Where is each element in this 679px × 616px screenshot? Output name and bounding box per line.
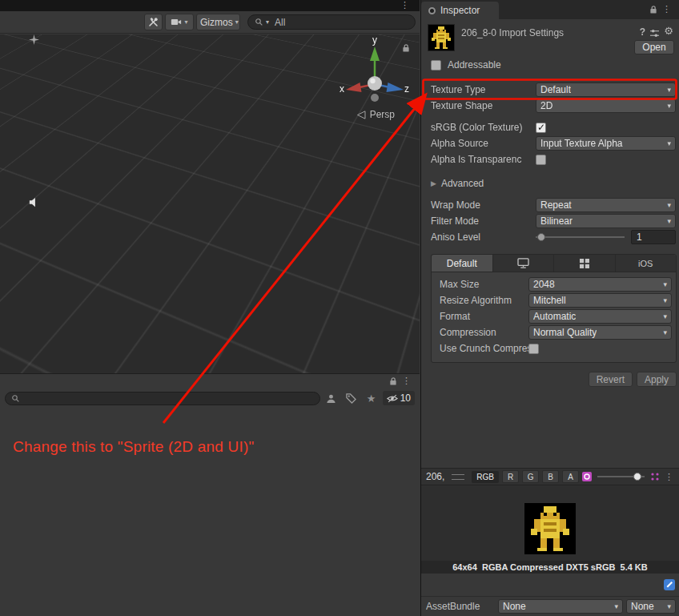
texture-type-dropdown[interactable]: Default ▾ bbox=[536, 83, 676, 97]
inspector-lock-icon[interactable] bbox=[649, 5, 657, 14]
gizmo-x-cone bbox=[346, 83, 362, 92]
presets-icon[interactable] bbox=[649, 29, 660, 38]
gizmos-label: Gizmos bbox=[200, 17, 233, 28]
gizmo-z-cone bbox=[387, 83, 404, 92]
tools-icon bbox=[148, 17, 159, 27]
gizmo-lock-icon[interactable] bbox=[402, 43, 410, 53]
addressable-checkbox[interactable] bbox=[431, 60, 441, 70]
import-settings-title: 206_8-0 Import Settings bbox=[461, 27, 613, 38]
assetbundle-variant-dropdown[interactable]: None ▾ bbox=[626, 599, 676, 614]
filter-mode-dropdown[interactable]: Bilinear ▾ bbox=[536, 214, 676, 228]
inspector-header: 206_8-0 Import Settings ? ⚙ Open bbox=[421, 19, 679, 54]
persp-control[interactable]: Persp bbox=[357, 109, 395, 120]
alpha-transparency-label: Alpha Is Transparenc bbox=[431, 154, 536, 165]
resize-algorithm-label: Resize Algorithm bbox=[440, 295, 528, 306]
channel-g-button[interactable]: G bbox=[522, 470, 539, 483]
chevron-down-icon: ▾ bbox=[664, 602, 671, 610]
scene-tab-strip: ⋮ bbox=[0, 0, 420, 11]
format-row: Format Automatic ▾ bbox=[432, 309, 676, 324]
persp-cone-icon bbox=[357, 111, 366, 119]
assetbundle-row: AssetBundle None ▾ None ▾ bbox=[421, 596, 679, 616]
compression-dropdown[interactable]: Normal Quality ▾ bbox=[528, 325, 672, 340]
apply-button[interactable]: Apply bbox=[637, 372, 677, 387]
camera-dropdown[interactable]: ▾ bbox=[165, 14, 194, 30]
tag-icon[interactable] bbox=[343, 391, 360, 405]
gear-icon[interactable]: ⚙ bbox=[664, 25, 673, 37]
resize-algorithm-dropdown[interactable]: Mitchell ▾ bbox=[528, 293, 672, 308]
texture-shape-label: Texture Shape bbox=[431, 100, 536, 111]
picking-icon[interactable] bbox=[323, 391, 340, 405]
tools-button[interactable] bbox=[144, 14, 163, 30]
wrap-mode-label: Wrap Mode bbox=[431, 199, 536, 211]
mip-level-slider[interactable] bbox=[597, 470, 645, 483]
scene-search-input[interactable]: ▾ All bbox=[247, 14, 416, 30]
chevron-down-icon: ▾ bbox=[235, 18, 239, 26]
color-swatch-icon[interactable] bbox=[582, 472, 592, 481]
slider-handle[interactable] bbox=[633, 473, 641, 481]
inspector-tab-icon bbox=[428, 7, 436, 14]
channel-a-button[interactable]: A bbox=[562, 470, 579, 483]
revert-button[interactable]: Revert bbox=[589, 372, 633, 387]
assetbundle-dropdown[interactable]: None ▾ bbox=[498, 599, 623, 614]
gizmo-z-label: z bbox=[404, 83, 409, 95]
open-button[interactable]: Open bbox=[634, 40, 674, 54]
inspector-menu-icon[interactable]: ⋮ bbox=[662, 4, 671, 14]
max-size-row: Max Size 2048 ▾ bbox=[432, 277, 676, 292]
favorite-star-icon[interactable]: ★ bbox=[363, 391, 380, 405]
orientation-gizmo[interactable]: y x z bbox=[338, 34, 412, 115]
advanced-foldout[interactable]: ▶ Advanced bbox=[421, 176, 679, 191]
scene-viewport[interactable]: y x z Persp bbox=[0, 34, 420, 373]
panel-search-row: ★ 10 bbox=[0, 389, 420, 408]
inspector-panel: Inspector ⋮ bbox=[420, 0, 679, 616]
texture-shape-dropdown[interactable]: 2D ▾ bbox=[536, 99, 676, 113]
scene-pane: ⋮ bbox=[0, 0, 420, 616]
preview-menu-icon[interactable]: ⋮ bbox=[663, 472, 675, 482]
camera-icon bbox=[171, 18, 182, 26]
platform-tab-ios[interactable]: iOS bbox=[616, 255, 677, 272]
tab-inspector[interactable]: Inspector bbox=[421, 2, 499, 19]
channel-r-button[interactable]: R bbox=[502, 470, 519, 483]
chevron-down-icon: ▾ bbox=[184, 18, 187, 26]
platform-tab-standalone[interactable] bbox=[493, 255, 555, 272]
preview-drag-handle[interactable] bbox=[452, 474, 464, 480]
panel-menu-icon[interactable]: ⋮ bbox=[402, 376, 411, 386]
channel-b-button[interactable]: B bbox=[542, 470, 559, 483]
crunch-checkbox[interactable] bbox=[528, 344, 539, 354]
inspector-tab-label: Inspector bbox=[440, 5, 480, 16]
panel-lock-icon[interactable] bbox=[389, 376, 397, 386]
scene-menu-icon[interactable]: ⋮ bbox=[400, 0, 409, 10]
alpha-transparency-checkbox[interactable] bbox=[536, 155, 546, 165]
srgb-row: sRGB (Color Texture) bbox=[421, 120, 679, 135]
aniso-level-field[interactable]: 1 bbox=[631, 230, 676, 244]
max-size-dropdown[interactable]: 2048 ▾ bbox=[528, 277, 672, 292]
aniso-level-slider[interactable] bbox=[536, 230, 625, 244]
chevron-down-icon: ▾ bbox=[660, 328, 667, 336]
eye-slash-icon bbox=[387, 394, 398, 403]
gizmos-dropdown[interactable]: Gizmos ▾ bbox=[196, 14, 240, 30]
srgb-checkbox[interactable] bbox=[536, 123, 546, 133]
format-dropdown[interactable]: Automatic ▾ bbox=[528, 309, 672, 324]
platform-tab-windows[interactable] bbox=[554, 255, 616, 272]
gizmo-center-sphere bbox=[368, 76, 382, 91]
mipmap-icon[interactable] bbox=[650, 472, 660, 481]
channel-rgb-button[interactable]: RGB bbox=[472, 471, 499, 483]
texture-preview-image bbox=[524, 503, 576, 554]
alpha-source-label: Alpha Source bbox=[431, 138, 536, 149]
resize-algorithm-row: Resize Algorithm Mitchell ▾ bbox=[432, 293, 676, 308]
chevron-down-icon: ▾ bbox=[664, 139, 671, 147]
addressable-label: Addressable bbox=[448, 59, 501, 70]
audio-source-icon[interactable] bbox=[28, 196, 40, 208]
compression-row: Compression Normal Quality ▾ bbox=[432, 325, 676, 340]
windows-icon bbox=[580, 259, 589, 268]
alpha-source-dropdown[interactable]: Input Texture Alpha ▾ bbox=[536, 136, 676, 151]
slider-handle[interactable] bbox=[537, 233, 545, 241]
panel-search-input[interactable] bbox=[5, 392, 320, 405]
wrap-mode-dropdown[interactable]: Repeat ▾ bbox=[536, 198, 676, 212]
help-icon[interactable]: ? bbox=[640, 26, 645, 38]
foldout-arrow-icon: ▶ bbox=[431, 179, 436, 187]
texture-shape-row: Texture Shape 2D ▾ bbox=[421, 99, 679, 113]
platform-tab-default[interactable]: Default bbox=[432, 255, 493, 272]
hidden-count-toggle[interactable]: 10 bbox=[383, 391, 415, 405]
chevron-down-icon: ▾ bbox=[660, 312, 667, 320]
texture-info-text: 64x64 RGBA Compressed DXT5 sRGB 5.4 KB bbox=[421, 561, 679, 574]
